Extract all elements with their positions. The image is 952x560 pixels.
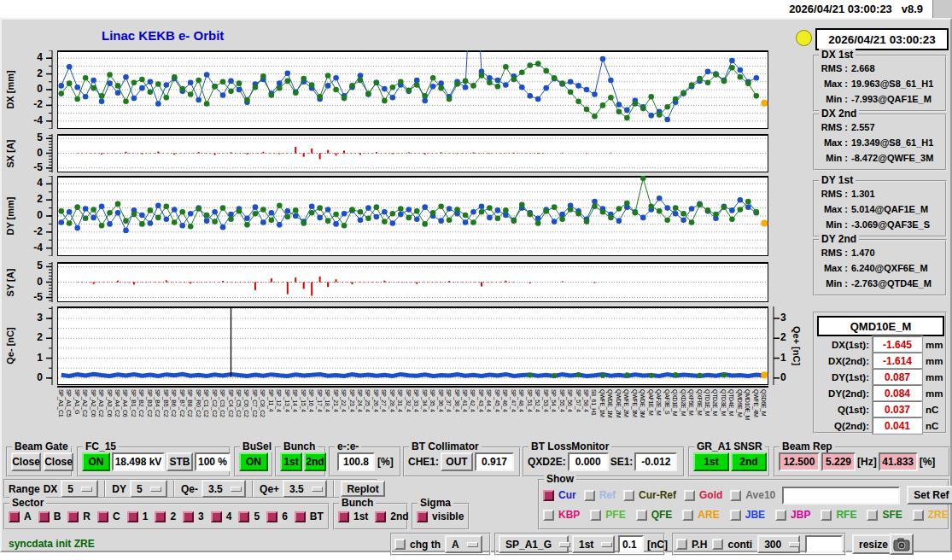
ph-checkbox[interactable] (676, 539, 687, 550)
plot-sx-ytick: 5 (22, 131, 43, 143)
sector-2-checkbox[interactable] (155, 511, 166, 522)
separator (252, 481, 254, 497)
che1-out-button[interactable]: OUT (441, 452, 473, 471)
show-sfe-checkitem[interactable]: SFE (867, 509, 902, 521)
sector-2-checkitem[interactable]: 2 (155, 510, 176, 522)
bunch-select-1st-label: 1st (353, 510, 368, 522)
show-kbp-checkitem[interactable]: KBP (543, 509, 580, 521)
gr-a1-2nd-button[interactable]: 2nd (731, 452, 767, 471)
sector-c-checkitem[interactable]: C (97, 510, 120, 522)
sigma-visible-checkbox[interactable] (417, 511, 428, 522)
bpm-label: SP_46_4 (502, 389, 508, 412)
sector-bt-checkitem[interactable]: BT (295, 510, 324, 522)
busel-on-button[interactable]: ON (239, 452, 268, 471)
show-qfe-checkitem[interactable]: QFE (636, 509, 673, 521)
show-ref-checkbox[interactable] (584, 490, 595, 501)
ee-ratio-display: 100.8 (337, 452, 375, 471)
sector-c-checkbox[interactable] (97, 511, 108, 522)
sector-6-checkitem[interactable]: 6 (266, 510, 288, 522)
count-select[interactable]: 300 (757, 535, 800, 553)
range-dy-select[interactable]: 5 (130, 480, 167, 498)
bunch-th-select[interactable]: 1st (572, 535, 615, 553)
gr-a1-1st-button[interactable]: 1st (693, 452, 729, 471)
sigma-visible-checkitem[interactable]: visible (417, 510, 464, 522)
resize-button[interactable]: resize (852, 534, 895, 554)
sector-5-checkitem[interactable]: 5 (238, 510, 260, 522)
show-rfe-checkitem[interactable]: RFE (821, 509, 856, 521)
show-sfe-checkbox[interactable] (867, 510, 878, 521)
conti-checkitem[interactable]: conti (712, 539, 752, 551)
set-ref-button[interactable]: Set Ref (907, 486, 952, 505)
beam-gate-close-1-button[interactable]: Close (11, 452, 41, 471)
snapshot-button[interactable] (890, 534, 914, 555)
show-are-checkitem[interactable]: ARE (682, 509, 719, 521)
extra-input[interactable] (805, 535, 843, 553)
sector-1-checkitem[interactable]: 1 (127, 510, 149, 522)
replot-button[interactable]: Replot (341, 481, 385, 497)
beam-rep-1st-display: 12.500 (779, 452, 820, 471)
sector-b-checkitem[interactable]: B (38, 510, 61, 522)
bunch-1st-button[interactable]: 1st (280, 452, 302, 471)
show-ave10-checkitem[interactable]: Ave10 (730, 489, 775, 501)
sector-4-checkbox[interactable] (211, 511, 222, 522)
show-gold-checkitem[interactable]: Gold (684, 489, 722, 501)
show-cur-checkbox[interactable] (543, 490, 554, 501)
fc15-on-button[interactable]: ON (82, 452, 110, 471)
show-jbe-checkbox[interactable] (730, 510, 741, 521)
bpm-label: SP_58_4 (583, 389, 589, 412)
show-are-checkbox[interactable] (682, 510, 693, 521)
sector-4-checkitem[interactable]: 4 (211, 510, 232, 522)
sector-a-checkbox[interactable] (9, 511, 20, 522)
conti-checkbox[interactable] (712, 539, 723, 550)
show-cur-ref-checkbox[interactable] (623, 490, 634, 501)
ref-file-input[interactable] (782, 487, 900, 505)
show-rfe-checkbox[interactable] (821, 510, 832, 521)
bunch-select-2nd-checkitem[interactable]: 2nd (375, 510, 408, 522)
show-pfe-checkitem[interactable]: PFE (590, 509, 625, 521)
sector-5-checkbox[interactable] (238, 511, 249, 522)
show-cur-ref-checkitem[interactable]: Cur-Ref (623, 489, 676, 501)
th-select-value: A (452, 539, 459, 551)
range-qem-select[interactable]: 3.5 (201, 480, 246, 498)
chg-th-checkitem[interactable]: chg th (394, 539, 441, 551)
show-jbp-checkbox[interactable] (775, 510, 786, 521)
sp-select[interactable]: SP_A1_G (499, 535, 569, 553)
threshold-input[interactable] (618, 535, 644, 553)
sector-a-checkitem[interactable]: A (9, 510, 32, 522)
range-qep-select[interactable]: 3.5 (283, 480, 327, 498)
show-zre-checkitem[interactable]: ZRE (913, 509, 949, 521)
chg-th-checkbox[interactable] (394, 539, 406, 550)
bunch-select-1st-checkitem[interactable]: 1st (338, 510, 368, 522)
show-zre-checkbox[interactable] (913, 510, 924, 521)
bpm-label: SP_B8_C2 (187, 389, 193, 417)
show-qfe-checkbox[interactable] (636, 510, 647, 521)
sector-b-checkbox[interactable] (38, 511, 50, 522)
ph-checkitem[interactable]: P.H (676, 539, 707, 551)
show-ref-checkitem[interactable]: Ref (584, 489, 616, 501)
sector-r-checkitem[interactable]: R (67, 510, 91, 522)
sector-r-checkbox[interactable] (67, 511, 79, 522)
rms-label: RMS : (817, 186, 848, 201)
sector-bt-checkbox[interactable] (295, 511, 306, 522)
bunch-2nd-button[interactable]: 2nd (304, 452, 326, 471)
stats-dy2nd-title: DY 2nd (819, 233, 859, 245)
beam-gate-close-2-button[interactable]: Close (44, 452, 73, 471)
sigma-group: Sigma visible (412, 503, 470, 530)
sector-3-checkitem[interactable]: 3 (183, 510, 204, 522)
sector-1-checkbox[interactable] (127, 511, 138, 522)
show-kbp-checkbox[interactable] (543, 510, 554, 521)
bunch-select-1st-checkbox[interactable] (338, 511, 349, 522)
th-select[interactable]: A (445, 535, 482, 553)
sector-r-label: R (83, 510, 91, 522)
range-dx-select[interactable]: 5 (61, 480, 98, 498)
show-jbe-checkitem[interactable]: JBE (730, 509, 765, 521)
sector-3-checkbox[interactable] (183, 511, 194, 522)
show-cur-checkitem[interactable]: Cur (543, 489, 576, 501)
sector-6-checkbox[interactable] (266, 511, 277, 522)
bunch-select-2nd-checkbox[interactable] (375, 511, 386, 522)
show-jbp-checkitem[interactable]: JBP (775, 509, 810, 521)
show-ave10-checkbox[interactable] (730, 490, 741, 501)
show-pfe-checkbox[interactable] (590, 510, 601, 521)
fc15-stb-button[interactable]: STB (166, 452, 193, 471)
show-gold-checkbox[interactable] (684, 490, 695, 501)
